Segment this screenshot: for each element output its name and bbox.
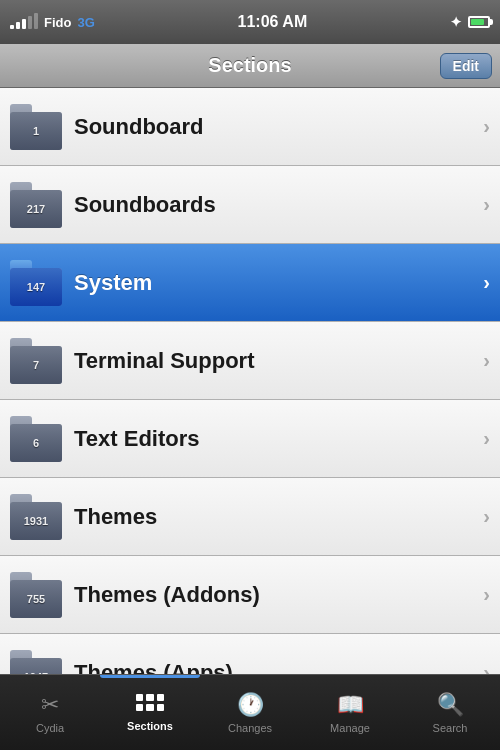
chevron-icon-3: › (483, 271, 490, 294)
tab-sections[interactable]: Sections (100, 675, 200, 750)
network-label: 3G (77, 15, 94, 30)
sections-block-3 (157, 694, 164, 701)
tab-search-label: Search (433, 722, 468, 734)
tab-manage[interactable]: 📖 Manage (300, 675, 400, 750)
chevron-icon-7: › (483, 583, 490, 606)
sections-block-2 (146, 694, 153, 701)
tab-cydia-label: Cydia (36, 722, 64, 734)
tab-changes[interactable]: 🕐 Changes (200, 675, 300, 750)
folder-count-2: 217 (10, 190, 62, 228)
tab-manage-label: Manage (330, 722, 370, 734)
folder-count-6: 1931 (10, 502, 62, 540)
folder-icon-3: 147 (10, 260, 62, 306)
status-bar: Fido 3G 11:06 AM ✦ (0, 0, 500, 44)
list-item-label-4: Terminal Support (74, 348, 483, 374)
signal-bar-3 (22, 19, 26, 29)
folder-icon-1: 1 (10, 104, 62, 150)
sections-block-6 (157, 704, 164, 711)
battery-icon (468, 16, 490, 28)
nav-bar-title: Sections (208, 54, 291, 77)
signal-bars (10, 15, 38, 29)
folder-count-4: 7 (10, 346, 62, 384)
list-item-6[interactable]: 1931Themes› (0, 478, 500, 556)
list-item-label-3: System (74, 270, 483, 296)
sections-block-4 (136, 704, 143, 711)
tab-changes-label: Changes (228, 722, 272, 734)
battery-fill (471, 19, 484, 25)
time-display: 11:06 AM (238, 13, 308, 31)
tab-sections-label: Sections (127, 720, 173, 732)
nav-bar: Sections Edit (0, 44, 500, 88)
status-right: ✦ (450, 14, 490, 30)
signal-bar-5 (34, 13, 38, 29)
manage-icon: 📖 (337, 692, 364, 718)
folder-count-3: 147 (10, 268, 62, 306)
list-item-1[interactable]: 1Soundboard› (0, 88, 500, 166)
list-item-label-5: Text Editors (74, 426, 483, 452)
tab-cydia[interactable]: ✂ Cydia (0, 675, 100, 750)
folder-count-1: 1 (10, 112, 62, 150)
sections-list: 1Soundboard›217Soundboards›147System›7Te… (0, 88, 500, 712)
folder-icon-7: 755 (10, 572, 62, 618)
chevron-icon-5: › (483, 427, 490, 450)
bluetooth-icon: ✦ (450, 14, 462, 30)
list-item-5[interactable]: 6Text Editors› (0, 400, 500, 478)
folder-icon-6: 1931 (10, 494, 62, 540)
list-item-label-6: Themes (74, 504, 483, 530)
search-icon: 🔍 (437, 692, 464, 718)
carrier-label: Fido (44, 15, 71, 30)
sections-icon (136, 694, 164, 716)
folder-icon-5: 6 (10, 416, 62, 462)
signal-bar-1 (10, 25, 14, 29)
list-item-label-7: Themes (Addons) (74, 582, 483, 608)
chevron-icon-4: › (483, 349, 490, 372)
battery-indicator (468, 16, 490, 28)
sections-block-5 (146, 704, 153, 711)
sections-block-1 (136, 694, 143, 701)
status-left: Fido 3G (10, 15, 95, 30)
chevron-icon-2: › (483, 193, 490, 216)
edit-button[interactable]: Edit (440, 53, 492, 79)
list-item-2[interactable]: 217Soundboards› (0, 166, 500, 244)
folder-icon-2: 217 (10, 182, 62, 228)
folder-count-5: 6 (10, 424, 62, 462)
list-item-4[interactable]: 7Terminal Support› (0, 322, 500, 400)
folder-count-7: 755 (10, 580, 62, 618)
changes-icon: 🕐 (237, 692, 264, 718)
list-item-3[interactable]: 147System› (0, 244, 500, 322)
folder-icon-4: 7 (10, 338, 62, 384)
list-item-label-2: Soundboards (74, 192, 483, 218)
list-item-label-1: Soundboard (74, 114, 483, 140)
cydia-icon: ✂ (41, 692, 59, 718)
signal-bar-4 (28, 16, 32, 29)
tab-search[interactable]: 🔍 Search (400, 675, 500, 750)
chevron-icon-6: › (483, 505, 490, 528)
signal-bar-2 (16, 22, 20, 29)
tab-bar: ✂ Cydia Sections 🕐 Changes 📖 Manage 🔍 Se… (0, 674, 500, 750)
list-item-7[interactable]: 755Themes (Addons)› (0, 556, 500, 634)
chevron-icon-1: › (483, 115, 490, 138)
